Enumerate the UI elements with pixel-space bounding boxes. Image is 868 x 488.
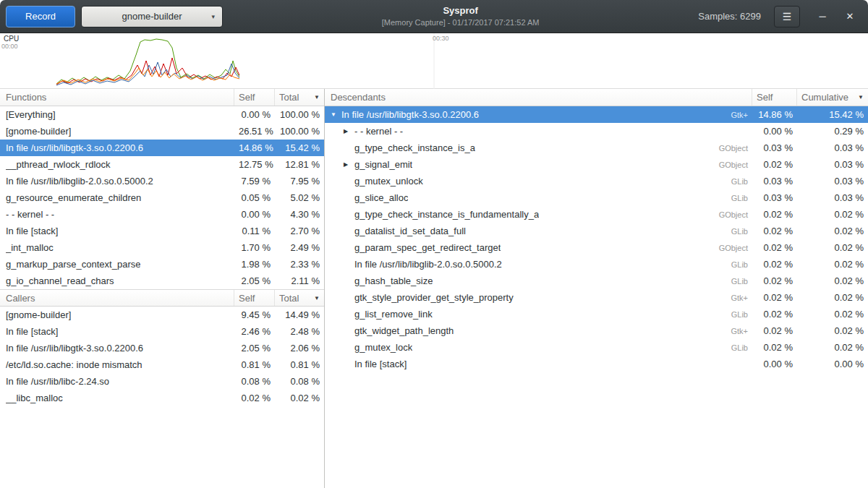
table-row[interactable]: _int_malloc 1.70 % 2.49 %	[0, 239, 324, 256]
table-row[interactable]: g_type_check_instance_is_a GObject 0.03 …	[325, 140, 868, 156]
total-percent: 0.81 %	[275, 359, 324, 370]
table-row[interactable]: g_markup_parse_context_parse 1.98 % 2.33…	[0, 256, 324, 273]
table-row[interactable]: __libc_malloc 0.02 % 0.02 %	[0, 390, 324, 406]
sort-indicator-icon: ▼	[314, 295, 320, 301]
function-name: - - kernel - -	[6, 209, 54, 220]
callers-table: Callers Self Total ▼ [gnome-builder] 9.4…	[0, 289, 324, 406]
descendant-name: g_signal_emit	[354, 159, 412, 170]
record-button[interactable]: Record	[6, 6, 75, 27]
self-percent: 26.51 %	[234, 126, 275, 137]
descendant-name: g_type_check_instance_is_a	[354, 142, 475, 153]
table-row[interactable]: __pthread_rwlock_rdlock 12.75 % 12.81 %	[0, 156, 324, 173]
table-row[interactable]: [gnome-builder] 26.51 % 100.00 %	[0, 123, 324, 140]
descendants-column-header[interactable]: Descendants	[325, 89, 752, 106]
descendant-name: In file [stack]	[354, 359, 407, 369]
table-row[interactable]: - - kernel - - 0.00 % 4.30 %	[0, 206, 324, 223]
descendant-name: g_param_spec_get_redirect_target	[354, 242, 501, 253]
cumulative-percent: 15.42 %	[797, 109, 868, 120]
table-row[interactable]: gtk_widget_path_length Gtk+ 0.02 % 0.02 …	[325, 322, 868, 339]
cumulative-percent: 0.29 %	[797, 126, 868, 137]
cumulative-percent: 0.02 %	[797, 325, 868, 336]
table-row[interactable]: In file [stack] 0.00 % 0.00 %	[325, 356, 868, 372]
library-badge: Gtk+	[725, 111, 748, 119]
self-percent: 0.02 %	[752, 309, 797, 320]
table-row[interactable]: g_slice_alloc GLib 0.03 % 0.03 %	[325, 189, 868, 206]
self-column-header[interactable]: Self	[752, 89, 797, 106]
expander-icon[interactable]	[344, 161, 354, 168]
table-row[interactable]: g_datalist_id_set_data_full GLib 0.02 % …	[325, 223, 868, 239]
functions-column-header[interactable]: Functions	[0, 89, 234, 106]
table-row[interactable]: g_param_spec_get_redirect_target GObject…	[325, 239, 868, 256]
self-column-header[interactable]: Self	[234, 290, 275, 306]
expander-icon[interactable]	[344, 128, 354, 134]
library-badge: GLib	[726, 260, 748, 269]
table-row[interactable]: In file /usr/lib/libglib-2.0.so.0.5000.2…	[325, 256, 868, 273]
sysprof-window: Record gnome-builder ▾ Sysprof [Memory C…	[0, 0, 868, 488]
function-name: g_resource_enumerate_children	[6, 192, 141, 203]
cpu-timeline-graph[interactable]: CPU 00:00 00:30	[0, 33, 868, 89]
descendant-name: g_datalist_id_set_data_full	[354, 226, 466, 236]
table-row[interactable]: [gnome-builder] 9.45 % 14.49 %	[0, 307, 324, 323]
self-percent: 12.75 %	[234, 159, 275, 170]
table-row[interactable]: /etc/ld.so.cache: inode mismatch 0.81 % …	[0, 356, 324, 373]
caller-name: In file [stack]	[6, 326, 58, 337]
cumulative-column-header[interactable]: Cumulative ▼	[797, 89, 868, 106]
table-row[interactable]: g_list_remove_link GLib 0.02 % 0.02 %	[325, 306, 868, 322]
table-row[interactable]: - - kernel - - 0.00 % 0.29 %	[325, 123, 868, 140]
descendant-name: - - kernel - -	[354, 126, 403, 137]
caller-name: __libc_malloc	[6, 393, 63, 403]
library-badge: GObject	[713, 244, 748, 252]
table-row[interactable]: gtk_style_provider_get_style_property Gt…	[325, 289, 868, 306]
function-name: In file /usr/lib/libgtk-3.so.0.2200.6	[6, 142, 143, 153]
descendant-name: g_mutex_unlock	[354, 176, 423, 187]
library-badge: GLib	[726, 277, 748, 286]
descendants-header: Descendants Self Cumulative ▼	[325, 89, 868, 106]
table-row[interactable]: In file /usr/lib/libglib-2.0.so.0.5000.2…	[0, 173, 324, 189]
self-percent: 2.46 %	[234, 326, 275, 337]
table-row[interactable]: g_mutex_lock GLib 0.02 % 0.02 %	[325, 339, 868, 356]
table-row[interactable]: In file /usr/lib/libc-2.24.so 0.08 % 0.0…	[0, 373, 324, 390]
table-row[interactable]: In file [stack] 0.11 % 2.70 %	[0, 223, 324, 239]
table-row[interactable]: g_io_channel_read_chars 2.05 % 2.11 %	[0, 273, 324, 289]
table-row[interactable]: In file [stack] 2.46 % 2.48 %	[0, 323, 324, 340]
cumulative-percent: 0.03 %	[797, 159, 868, 170]
self-percent: 1.98 %	[234, 259, 275, 270]
table-row[interactable]: In file /usr/lib/libgtk-3.so.0.2200.6 Gt…	[325, 106, 868, 123]
table-row[interactable]: g_resource_enumerate_children 0.05 % 5.0…	[0, 189, 324, 206]
library-badge: GLib	[726, 310, 748, 319]
self-percent: 0.00 %	[752, 126, 797, 137]
hamburger-menu-button[interactable]: ☰	[774, 6, 800, 27]
table-row[interactable]: g_type_check_instance_is_fundamentally_a…	[325, 206, 868, 223]
total-column-header[interactable]: Total ▼	[275, 290, 324, 306]
total-percent: 15.42 %	[275, 142, 324, 153]
function-name: [Everything]	[6, 109, 56, 120]
cpu-line-green	[56, 39, 239, 84]
self-percent: 0.02 %	[752, 209, 797, 220]
total-column-header[interactable]: Total ▼	[275, 89, 324, 106]
descendant-name: gtk_widget_path_length	[354, 325, 454, 336]
close-button[interactable]: ✕	[842, 9, 858, 25]
table-row[interactable]: g_signal_emit GObject 0.02 % 0.03 %	[325, 156, 868, 173]
cpu-line-red	[56, 58, 239, 85]
minimize-button[interactable]: ─	[814, 9, 830, 25]
table-row[interactable]: In file /usr/lib/libgtk-3.so.0.2200.6 14…	[0, 140, 324, 156]
callers-column-header[interactable]: Callers	[0, 290, 234, 306]
caller-name: [gnome-builder]	[6, 309, 71, 320]
table-row[interactable]: In file /usr/lib/libgtk-3.so.0.2200.6 2.…	[0, 340, 324, 356]
cumulative-percent: 0.02 %	[797, 226, 868, 236]
sort-indicator-icon: ▼	[314, 94, 320, 100]
self-percent: 0.02 %	[752, 342, 797, 353]
callers-rows: [gnome-builder] 9.45 % 14.49 % In file […	[0, 307, 324, 406]
self-percent: 14.86 %	[234, 142, 275, 153]
table-row[interactable]: g_mutex_unlock GLib 0.03 % 0.03 %	[325, 173, 868, 189]
expander-icon[interactable]	[331, 111, 341, 118]
function-name: g_io_channel_read_chars	[6, 275, 114, 286]
total-percent: 100.00 %	[275, 126, 324, 137]
process-selector-dropdown[interactable]: gnome-builder ▾	[81, 6, 223, 27]
self-column-header[interactable]: Self	[234, 89, 275, 106]
table-row[interactable]: [Everything] 0.00 % 100.00 %	[0, 106, 324, 123]
window-controls: ─ ✕	[814, 9, 858, 25]
cumulative-percent: 0.02 %	[797, 342, 868, 353]
self-percent: 0.03 %	[752, 142, 797, 153]
table-row[interactable]: g_hash_table_size GLib 0.02 % 0.02 %	[325, 273, 868, 289]
